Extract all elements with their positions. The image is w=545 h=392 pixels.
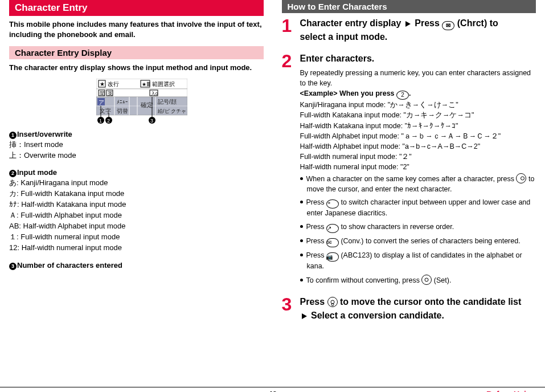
- bullet-3: Press ↗ to show characters in reverse or…: [300, 222, 536, 233]
- block2-line: あ: Kanji/Hiragana input mode: [9, 178, 264, 188]
- triangle-icon: [405, 21, 411, 27]
- svg-text:確定: 確定: [140, 101, 153, 108]
- svg-text:1: 1: [99, 118, 102, 124]
- step-number: 1: [282, 17, 294, 46]
- bullet-icon: [300, 201, 303, 203]
- svg-text:間: 間: [100, 91, 105, 96]
- mode-line: Half-width Katakana input mode: "ｶ→ｷ→ｸ→ｹ…: [300, 121, 536, 131]
- character-entry-diagram: ★ 改行 ★≣ 範囲選択 間 英 入0 ア ﾒﾆｭｰ 確定: [96, 79, 176, 124]
- left-column: Character Entry This mobile phone includ…: [0, 0, 273, 375]
- step-number: 2: [282, 52, 294, 289]
- camera-key-icon: 📷: [326, 252, 339, 262]
- nav-down-key-icon: [327, 297, 338, 307]
- svg-text:絵/ピ クチャ: 絵/ピ クチャ: [157, 108, 186, 114]
- svg-text:入: 入: [151, 91, 155, 96]
- svg-text:切替: 切替: [117, 108, 128, 114]
- svg-text:英: 英: [108, 91, 113, 96]
- nav-right-key-icon: [516, 173, 526, 183]
- step-1: 1 Character entry display Press ✉ (Chrct…: [282, 17, 536, 46]
- mode-line: Kanji/Hiragana input mode: "か→き→く→け→こ": [300, 100, 536, 110]
- bullet-icon: [300, 279, 303, 281]
- svg-text:★: ★: [100, 81, 105, 87]
- svg-text:2: 2: [107, 118, 110, 124]
- triangle-icon: [302, 313, 307, 319]
- block2-heading: 2Input mode: [9, 168, 264, 177]
- svg-text:改行: 改行: [108, 81, 119, 87]
- svg-text:範囲選択: 範囲選択: [152, 81, 175, 87]
- svg-text:ア: ア: [99, 99, 104, 105]
- block2-line: ｶﾅ: Half-width Katakana input mode: [9, 200, 264, 210]
- mode-line: Full-width numeral input mode: "２": [300, 152, 536, 162]
- bullet-5: Press 📷 (ABC123) to display a list of ca…: [300, 251, 536, 272]
- call-key-icon: ↗: [326, 224, 339, 233]
- bullet-4: Press ✉ (Conv.) to convert the series of…: [300, 236, 536, 247]
- intro-paragraph: This mobile phone includes many features…: [9, 19, 264, 39]
- block2-line: Ａ: Full-width Alphabet input mode: [9, 211, 264, 220]
- bullet-icon: [300, 239, 303, 242]
- page-number: 40: [268, 390, 277, 392]
- center-key-icon: [421, 275, 432, 285]
- svg-text:記号/顔: 記号/顔: [158, 99, 177, 105]
- step-3-heading: Press to move the cursor onto the candid…: [300, 295, 536, 322]
- block2-line: カ: Full-width Katakana input mode: [9, 189, 264, 199]
- display-intro: The character entry display shows the in…: [9, 63, 264, 73]
- block1-line: 上：Overwrite mode: [9, 151, 264, 161]
- right-column: How to Enter Characters 1 Character entr…: [273, 0, 546, 375]
- step-2-example-head: <Example> When you press 2.: [300, 88, 536, 100]
- footer-section-label: Before Using: [486, 390, 536, 392]
- page-footer: 40 Before Using: [0, 387, 545, 390]
- section-heading-how-to-enter: How to Enter Characters: [282, 0, 536, 13]
- bullet-6: To confirm without converting, press (Se…: [300, 275, 536, 286]
- mode-line: Half-width numeral input mode: "2": [300, 162, 536, 172]
- svg-text:★≣: ★≣: [142, 81, 151, 87]
- section-heading-character-entry: Character Entry: [9, 0, 264, 16]
- block2-line: １: Full-width numeral input mode: [9, 232, 264, 242]
- block2-line: AB: Half-width Alphabet input mode: [9, 222, 264, 231]
- svg-text:0: 0: [155, 91, 158, 96]
- svg-text:ﾒﾆｭｰ: ﾒﾆｭｰ: [117, 99, 128, 105]
- bullet-icon: [300, 254, 303, 256]
- block1-line: 挿：Insert mode: [9, 140, 264, 150]
- svg-text:3: 3: [150, 118, 153, 124]
- block2-line: 12: Half-width numeral input mode: [9, 243, 264, 253]
- subsection-heading-display: Character Entry Display: [9, 46, 264, 59]
- mail-key-icon: ✉: [326, 238, 339, 247]
- star-key-icon: ＊: [326, 199, 339, 209]
- mode-line: Full-width Alphabet input mode: "ａ→ｂ→ｃ→Ａ…: [300, 131, 536, 141]
- bullet-icon: [300, 225, 303, 228]
- step-3: 3 Press to move the cursor onto the cand…: [282, 295, 536, 325]
- mode-line: Full-width Katakana input mode: "カ→キ→ク→ケ…: [300, 110, 536, 120]
- step-number: 3: [282, 295, 294, 325]
- step-2: 2 Enter characters. By repeatedly pressi…: [282, 52, 536, 289]
- mail-key-icon: ✉: [442, 21, 454, 30]
- key-2-icon: 2: [396, 91, 409, 100]
- svg-text:文字: 文字: [100, 108, 111, 114]
- mode-line: Half-width Alphabet input mode: "a→b→c→A…: [300, 141, 536, 152]
- bullet-2: Press ＊ to switch character input betwee…: [300, 198, 536, 219]
- step-2-intro: By repeatedly pressing a numeric key, yo…: [300, 68, 536, 88]
- bullet-1: When a character on the same key comes a…: [300, 173, 536, 194]
- bullet-icon: [300, 177, 303, 180]
- block1-heading: 1Insert/overwrite: [9, 130, 264, 139]
- step-1-heading: Character entry display Press ✉ (Chrct) …: [300, 17, 536, 44]
- step-2-heading: Enter characters.: [300, 52, 536, 66]
- block3-heading: 3Number of characters entered: [9, 261, 264, 270]
